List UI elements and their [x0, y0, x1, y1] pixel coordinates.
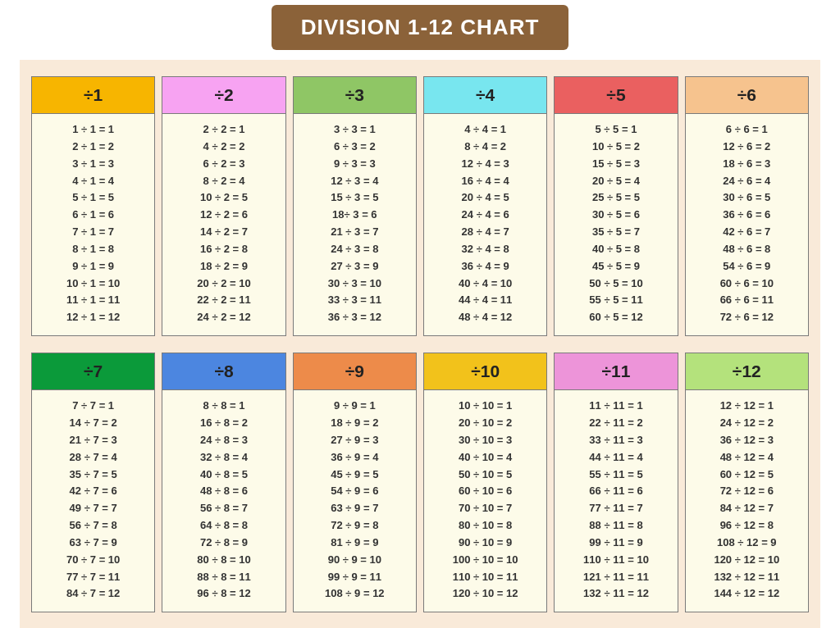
division-equation: 45 ÷ 9 = 5 [331, 467, 378, 483]
division-block-2: ÷22 ÷ 2 = 14 ÷ 2 = 26 ÷ 2 = 38 ÷ 2 = 410… [162, 76, 285, 336]
division-equation: 24 ÷ 12 = 2 [720, 416, 774, 431]
division-equation: 96 ÷ 12 = 8 [720, 518, 774, 534]
division-block-body: 7 ÷ 7 = 114 ÷ 7 = 221 ÷ 7 = 328 ÷ 7 = 43… [32, 390, 154, 612]
division-equation: 36 ÷ 4 = 9 [462, 259, 509, 275]
division-equation: 84 ÷ 7 = 12 [66, 586, 120, 602]
division-equation: 36 ÷ 6 = 6 [723, 207, 770, 223]
division-equation: 77 ÷ 7 = 11 [66, 570, 120, 585]
division-equation: 22 ÷ 11 = 2 [589, 416, 642, 431]
division-equation: 20 ÷ 10 = 2 [459, 416, 512, 431]
division-equation: 100 ÷ 10 = 10 [453, 553, 518, 568]
division-equation: 132 ÷ 11 = 12 [583, 586, 649, 602]
division-equation: 32 ÷ 8 = 4 [200, 450, 248, 466]
division-equation: 144 ÷ 12 = 12 [714, 586, 779, 602]
division-equation: 12 ÷ 1 = 12 [66, 310, 120, 325]
division-equation: 40 ÷ 10 = 4 [459, 450, 512, 466]
division-equation: 33 ÷ 11 = 3 [589, 433, 642, 448]
chart-row-1: ÷11 ÷ 1 = 12 ÷ 1 = 23 ÷ 1 = 34 ÷ 1 = 45 … [31, 76, 809, 336]
division-equation: 42 ÷ 6 = 7 [723, 225, 770, 240]
division-equation: 18÷ 3 = 6 [332, 207, 377, 223]
division-equation: 12 ÷ 12 = 1 [720, 398, 774, 414]
division-equation: 24 ÷ 2 = 12 [197, 310, 250, 325]
division-equation: 6 ÷ 2 = 3 [203, 157, 245, 172]
division-equation: 120 ÷ 12 = 10 [714, 553, 779, 568]
division-equation: 108 ÷ 12 = 9 [717, 535, 777, 551]
division-equation: 60 ÷ 12 = 5 [720, 467, 774, 483]
division-equation: 12 ÷ 4 = 3 [462, 157, 509, 172]
division-block-7: ÷77 ÷ 7 = 114 ÷ 7 = 221 ÷ 7 = 328 ÷ 7 = … [31, 353, 155, 612]
division-equation: 8 ÷ 2 = 4 [203, 174, 245, 189]
division-equation: 24 ÷ 8 = 3 [200, 433, 248, 448]
division-equation: 12 ÷ 2 = 6 [200, 207, 248, 223]
division-block-body: 9 ÷ 9 = 118 ÷ 9 = 227 ÷ 9 = 336 ÷ 9 = 44… [294, 390, 416, 612]
division-equation: 5 ÷ 5 = 1 [596, 122, 637, 138]
division-block-header: ÷1 [32, 77, 154, 114]
division-equation: 30 ÷ 3 = 10 [328, 276, 381, 292]
division-block-header: ÷5 [555, 77, 677, 114]
division-equation: 4 ÷ 2 = 2 [203, 139, 245, 155]
division-equation: 70 ÷ 10 = 7 [459, 501, 512, 517]
division-block-10: ÷1010 ÷ 10 = 120 ÷ 10 = 230 ÷ 10 = 340 ÷… [423, 353, 547, 612]
division-equation: 24 ÷ 3 = 8 [331, 242, 378, 257]
division-equation: 35 ÷ 5 = 7 [592, 225, 640, 240]
division-equation: 18 ÷ 2 = 9 [200, 259, 248, 275]
division-equation: 96 ÷ 8 = 12 [197, 586, 250, 602]
division-block-body: 2 ÷ 2 = 14 ÷ 2 = 26 ÷ 2 = 38 ÷ 2 = 410 ÷… [162, 114, 285, 335]
division-equation: 80 ÷ 8 = 10 [197, 553, 250, 568]
division-equation: 25 ÷ 5 = 5 [592, 190, 640, 206]
division-equation: 10 ÷ 10 = 1 [459, 398, 512, 414]
division-equation: 9 ÷ 1 = 9 [72, 259, 114, 275]
division-equation: 35 ÷ 7 = 5 [70, 467, 117, 483]
division-equation: 16 ÷ 2 = 8 [200, 242, 248, 257]
division-equation: 8 ÷ 4 = 2 [464, 139, 506, 155]
division-equation: 99 ÷ 11 = 9 [589, 535, 642, 551]
division-equation: 33 ÷ 3 = 11 [328, 293, 381, 308]
division-equation: 6 ÷ 3 = 2 [334, 139, 376, 155]
division-equation: 40 ÷ 8 = 5 [200, 467, 248, 483]
division-block-body: 1 ÷ 1 = 12 ÷ 1 = 23 ÷ 1 = 34 ÷ 1 = 45 ÷ … [32, 114, 154, 335]
division-equation: 30 ÷ 5 = 6 [592, 207, 640, 223]
division-block-body: 6 ÷ 6 = 112 ÷ 6 = 218 ÷ 6 = 324 ÷ 6 = 43… [686, 114, 808, 335]
division-equation: 16 ÷ 8 = 2 [200, 416, 248, 431]
division-equation: 40 ÷ 5 = 8 [592, 242, 640, 257]
division-block-body: 12 ÷ 12 = 124 ÷ 12 = 236 ÷ 12 = 348 ÷ 12… [686, 390, 808, 612]
division-block-body: 4 ÷ 4 = 18 ÷ 4 = 212 ÷ 4 = 316 ÷ 4 = 420… [424, 114, 546, 335]
division-block-header: ÷6 [686, 77, 808, 114]
division-equation: 120 ÷ 10 = 12 [453, 586, 518, 602]
division-equation: 72 ÷ 12 = 6 [720, 484, 774, 499]
division-equation: 36 ÷ 9 = 4 [331, 450, 378, 466]
division-equation: 42 ÷ 7 = 6 [70, 484, 117, 499]
division-equation: 21 ÷ 7 = 3 [70, 433, 117, 448]
division-equation: 10 ÷ 2 = 5 [200, 190, 248, 206]
division-equation: 11 ÷ 11 = 1 [589, 398, 642, 414]
division-equation: 60 ÷ 5 = 12 [589, 310, 642, 325]
division-block-11: ÷1111 ÷ 11 = 122 ÷ 11 = 233 ÷ 11 = 344 ÷… [554, 353, 678, 612]
division-block-header: ÷4 [424, 77, 546, 114]
division-equation: 60 ÷ 6 = 10 [720, 276, 774, 292]
division-equation: 12 ÷ 6 = 2 [723, 139, 770, 155]
division-equation: 10 ÷ 5 = 2 [592, 139, 640, 155]
division-equation: 9 ÷ 9 = 1 [334, 398, 376, 414]
division-equation: 8 ÷ 1 = 8 [72, 242, 114, 257]
division-equation: 5 ÷ 1 = 5 [72, 190, 114, 206]
division-equation: 18 ÷ 9 = 2 [331, 416, 378, 431]
division-equation: 6 ÷ 6 = 1 [726, 122, 768, 138]
division-equation: 12 ÷ 3 = 4 [331, 174, 378, 189]
division-equation: 88 ÷ 11 = 8 [589, 518, 642, 534]
division-equation: 22 ÷ 2 = 11 [197, 293, 250, 308]
division-equation: 44 ÷ 4 = 11 [459, 293, 512, 308]
division-equation: 4 ÷ 4 = 1 [464, 122, 506, 138]
division-equation: 48 ÷ 12 = 4 [720, 450, 774, 466]
division-equation: 48 ÷ 8 = 6 [200, 484, 248, 499]
division-block-3: ÷33 ÷ 3 = 16 ÷ 3 = 29 ÷ 3 = 312 ÷ 3 = 41… [293, 76, 417, 336]
division-equation: 28 ÷ 4 = 7 [462, 225, 509, 240]
division-equation: 54 ÷ 6 = 9 [723, 259, 770, 275]
division-equation: 90 ÷ 9 = 10 [328, 553, 381, 568]
division-equation: 110 ÷ 11 = 10 [583, 553, 649, 568]
division-equation: 30 ÷ 6 = 5 [723, 190, 770, 206]
division-block-header: ÷10 [424, 353, 546, 390]
division-block-header: ÷11 [555, 353, 677, 390]
division-equation: 21 ÷ 3 = 7 [331, 225, 378, 240]
division-block-5: ÷55 ÷ 5 = 110 ÷ 5 = 215 ÷ 5 = 320 ÷ 5 = … [554, 76, 678, 336]
division-equation: 63 ÷ 7 = 9 [70, 535, 117, 551]
